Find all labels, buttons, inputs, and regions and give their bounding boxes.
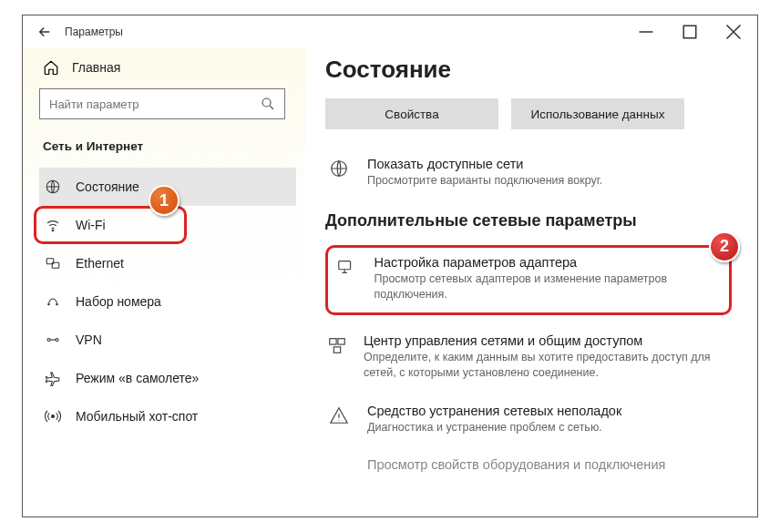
sidebar-item-vpn[interactable]: VPN	[39, 321, 296, 359]
sidebar-item-ethernet[interactable]: Ethernet	[39, 244, 296, 282]
troubleshoot-row[interactable]: Средство устранения сетевых неполадок Ди…	[325, 398, 732, 453]
sidebar-item-dialup[interactable]: Набор номера	[39, 282, 296, 321]
data-usage-button[interactable]: Использование данных	[511, 98, 684, 129]
svg-rect-15	[338, 338, 344, 343]
sidebar-item-label: Режим «в самолете»	[76, 371, 199, 385]
svg-rect-14	[330, 338, 336, 343]
sidebar-category: Сеть и Интернет	[39, 139, 296, 153]
ethernet-icon	[45, 255, 61, 271]
main-content: Состояние Свойства Использование данных …	[305, 48, 757, 517]
sidebar: Главная Сеть и Интернет Состояние Wi-Fi	[23, 48, 305, 517]
row-desc: Определите, к каким данным вы хотите пре…	[364, 350, 730, 382]
sidebar-item-label: VPN	[76, 332, 102, 347]
svg-point-2	[262, 98, 271, 107]
sharing-center-row[interactable]: Центр управления сетями и общим доступом…	[325, 328, 732, 398]
sharing-icon	[327, 333, 347, 382]
row-desc: Просмотр сетевых адаптеров и изменение п…	[374, 271, 722, 303]
search-input[interactable]	[39, 88, 285, 119]
row-title: Настройка параметров адаптера	[374, 255, 722, 270]
globe-icon	[327, 157, 351, 189]
settings-window: Параметры Главная Сеть и Интернет Состоя…	[22, 15, 758, 517]
svg-point-4	[52, 230, 54, 231]
back-button[interactable]	[30, 17, 59, 46]
titlebar: Параметры	[23, 15, 757, 48]
wifi-icon	[45, 217, 61, 233]
row-title: Показать доступные сети	[367, 157, 602, 171]
search-icon	[260, 96, 276, 115]
row-title: Просмотр свойств оборудования и подключе…	[367, 457, 665, 472]
search-box[interactable]	[39, 88, 296, 119]
sidebar-item-label: Мобильный хот-спот	[76, 409, 198, 424]
row-title: Средство устранения сетевых неполадок	[367, 404, 621, 418]
row-title: Центр управления сетями и общим доступом	[364, 333, 730, 348]
sidebar-item-label: Ethernet	[76, 256, 124, 271]
section-heading: Дополнительные сетевые параметры	[325, 211, 732, 230]
show-networks-row[interactable]: Показать доступные сети Просмотрите вари…	[325, 151, 732, 206]
window-title: Параметры	[65, 26, 123, 38]
svg-rect-13	[339, 261, 351, 269]
svg-point-7	[48, 303, 50, 305]
annotation-badge-1: 1	[149, 185, 180, 216]
svg-rect-1	[683, 26, 696, 38]
hotspot-icon	[45, 408, 61, 425]
sidebar-item-hotspot[interactable]: Мобильный хот-спот	[39, 397, 296, 435]
globe-icon	[45, 179, 61, 195]
sidebar-item-label: Состояние	[76, 179, 139, 194]
svg-point-10	[56, 339, 58, 342]
properties-button[interactable]: Свойства	[325, 98, 498, 129]
airplane-icon	[45, 370, 61, 386]
svg-point-9	[47, 339, 50, 342]
home-icon	[43, 59, 59, 76]
svg-point-11	[52, 415, 55, 418]
dialup-icon	[45, 293, 61, 310]
minimize-button[interactable]	[637, 23, 655, 41]
page-title: Состояние	[325, 56, 732, 84]
truncated-row[interactable]: Просмотр свойств оборудования и подключе…	[325, 452, 732, 490]
svg-point-8	[56, 303, 58, 305]
home-label: Главная	[72, 60, 120, 75]
sidebar-item-label: Набор номера	[76, 294, 161, 309]
warning-icon	[327, 404, 351, 436]
sidebar-item-label: Wi-Fi	[76, 218, 106, 232]
row-desc: Диагностика и устранение проблем с сетью…	[367, 420, 621, 436]
adapter-settings-row[interactable]: Настройка параметров адаптера Просмотр с…	[335, 255, 722, 303]
adapter-settings-highlight: Настройка параметров адаптера Просмотр с…	[325, 245, 732, 315]
close-button[interactable]	[724, 23, 743, 41]
sidebar-home[interactable]: Главная	[39, 59, 296, 76]
svg-rect-16	[334, 346, 340, 352]
maximize-button[interactable]	[681, 23, 699, 41]
adapter-icon	[335, 255, 357, 303]
sidebar-item-airplane[interactable]: Режим «в самолете»	[39, 359, 296, 397]
vpn-icon	[45, 332, 61, 348]
row-desc: Просмотрите варианты подключения вокруг.	[367, 173, 602, 189]
annotation-badge-2: 2	[709, 231, 740, 262]
